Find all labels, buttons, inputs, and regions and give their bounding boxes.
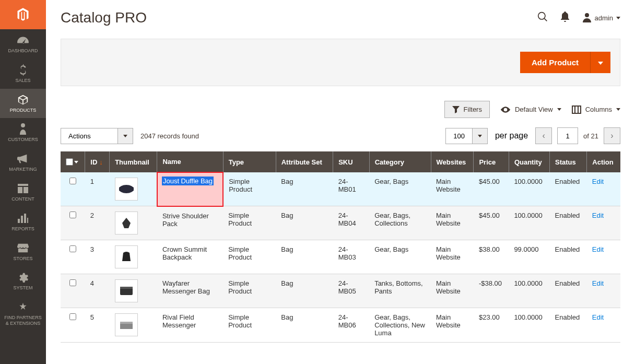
next-page-button[interactable]: › xyxy=(604,127,620,144)
page-input[interactable] xyxy=(557,127,578,144)
chevron-down-icon xyxy=(616,17,620,19)
filters-button[interactable]: Filters xyxy=(444,101,490,118)
row-checkbox[interactable] xyxy=(69,178,76,184)
nav-marketing[interactable]: MARKETING xyxy=(0,148,46,178)
products-grid: ID↓ Thumbnail Name Type Attribute Set SK… xyxy=(61,151,620,343)
col-attrset[interactable]: Attribute Set xyxy=(276,151,333,172)
user-menu[interactable]: admin xyxy=(582,13,620,22)
nav-products[interactable]: PRODUCTS xyxy=(0,89,46,119)
cell-status: Enabled xyxy=(550,172,587,206)
dollar-icon xyxy=(19,64,27,76)
row-checkbox[interactable] xyxy=(69,279,76,286)
select-all-checkbox[interactable] xyxy=(66,158,73,166)
cell-qty: 100.0000 xyxy=(509,308,549,343)
thumbnail[interactable] xyxy=(115,313,138,336)
col-websites[interactable]: Websites xyxy=(431,151,474,172)
pagesize-select[interactable]: 100 xyxy=(445,128,488,144)
cell-attr: Bag xyxy=(276,308,333,343)
table-row[interactable]: 5Rival Field MessengerSimple ProductBag2… xyxy=(61,308,620,343)
col-id[interactable]: ID↓ xyxy=(85,151,110,172)
grid-controls: Actions 2047 records found 100 per page … xyxy=(61,127,620,144)
col-name[interactable]: Name xyxy=(157,151,223,172)
actions-caret[interactable] xyxy=(118,128,133,144)
col-type[interactable]: Type xyxy=(223,151,276,172)
cell-id: 1 xyxy=(85,172,110,206)
svg-rect-3 xyxy=(120,288,133,295)
edit-link[interactable]: Edit xyxy=(592,279,604,287)
nav-reports[interactable]: REPORTS xyxy=(0,207,46,237)
nav-dashboard[interactable]: DASHBOARD xyxy=(0,29,46,59)
thumbnail[interactable] xyxy=(115,212,138,234)
total-pages: of 21 xyxy=(583,132,598,140)
cell-qty: 100.0000 xyxy=(509,274,549,308)
cell-category: Gear, Bags, Collections xyxy=(369,206,431,240)
table-row[interactable]: 2Strive Shoulder PackSimple ProductBag24… xyxy=(61,206,620,240)
pager: ‹ of 21 › xyxy=(535,127,620,144)
nav-customers[interactable]: CUSTOMERS xyxy=(0,118,46,148)
col-thumbnail[interactable]: Thumbnail xyxy=(110,151,157,172)
chevron-down-icon xyxy=(598,62,603,65)
cell-status: Enabled xyxy=(550,240,587,274)
nav-partners[interactable]: FIND PARTNERS & EXTENSIONS xyxy=(0,296,46,332)
edit-link[interactable]: Edit xyxy=(592,245,604,253)
add-product-button[interactable]: Add Product xyxy=(520,52,590,73)
cell-name: Strive Shoulder Pack xyxy=(157,206,223,240)
chevron-down-icon xyxy=(616,108,620,111)
edit-link[interactable]: Edit xyxy=(592,178,604,185)
magento-logo[interactable] xyxy=(0,0,46,29)
view-label: Default View xyxy=(515,105,553,113)
select-all[interactable] xyxy=(66,158,79,166)
prev-page-button[interactable]: ‹ xyxy=(535,127,552,144)
edit-link[interactable]: Edit xyxy=(592,313,604,321)
nav-content[interactable]: CONTENT xyxy=(0,178,46,207)
bell-icon[interactable] xyxy=(560,11,570,24)
cell-attr: Bag xyxy=(276,206,333,240)
nav-stores[interactable]: STORES xyxy=(0,237,46,267)
cell-name: Crown Summit Backpack xyxy=(157,240,223,274)
svg-rect-2 xyxy=(132,187,134,191)
table-row[interactable]: 3Crown Summit BackpackSimple ProductBag2… xyxy=(61,240,620,274)
pagesize-caret[interactable] xyxy=(473,128,488,144)
table-row[interactable]: 4Wayfarer Messenger BagSimple ProductBag… xyxy=(61,274,620,308)
actions-select[interactable]: Actions xyxy=(61,128,133,144)
thumbnail[interactable] xyxy=(115,178,138,201)
cell-id: 5 xyxy=(85,308,110,343)
megaphone-icon xyxy=(17,153,29,165)
row-checkbox[interactable] xyxy=(69,313,76,320)
row-checkbox[interactable] xyxy=(69,212,76,218)
cell-qty: 99.0000 xyxy=(509,240,549,274)
thumbnail[interactable] xyxy=(115,245,138,268)
highlighted-name: Joust Duffle Bag xyxy=(162,177,214,185)
cell-type: Simple Product xyxy=(223,308,276,343)
col-price[interactable]: Price xyxy=(474,151,509,172)
chevron-down-icon xyxy=(74,161,78,163)
action-bar: Add Product xyxy=(61,39,620,86)
thumbnail[interactable] xyxy=(115,279,138,302)
cell-category: Tanks, Bottoms, Pants xyxy=(369,274,431,308)
col-action[interactable]: Action xyxy=(587,151,620,172)
cell-category: Gear, Bags xyxy=(369,240,431,274)
view-button[interactable]: Default View xyxy=(500,105,561,113)
col-status[interactable]: Status xyxy=(550,151,587,172)
col-sku[interactable]: SKU xyxy=(333,151,369,172)
cell-price: $45.00 xyxy=(474,172,509,206)
cell-type: Simple Product xyxy=(223,274,276,308)
search-icon[interactable] xyxy=(537,11,548,24)
columns-button[interactable]: Columns xyxy=(572,105,620,114)
col-qty[interactable]: Quantity xyxy=(509,151,549,172)
add-product-dropdown[interactable] xyxy=(590,52,610,73)
nav-system[interactable]: SYSTEM xyxy=(0,266,46,296)
chart-icon xyxy=(18,213,28,224)
cell-attr: Bag xyxy=(276,172,333,206)
table-row[interactable]: 1Joust Duffle BagSimple ProductBag24-MB0… xyxy=(61,172,620,206)
cell-sku: 24-MB01 xyxy=(333,172,369,206)
nav-sales[interactable]: SALES xyxy=(0,59,46,89)
cell-status: Enabled xyxy=(550,206,587,240)
col-category[interactable]: Category xyxy=(369,151,431,172)
nav-label: CONTENT xyxy=(11,196,34,202)
row-checkbox[interactable] xyxy=(69,245,76,252)
chevron-down-icon xyxy=(478,135,482,137)
svg-rect-6 xyxy=(120,322,133,324)
cell-type: Simple Product xyxy=(223,206,276,240)
edit-link[interactable]: Edit xyxy=(592,212,604,219)
